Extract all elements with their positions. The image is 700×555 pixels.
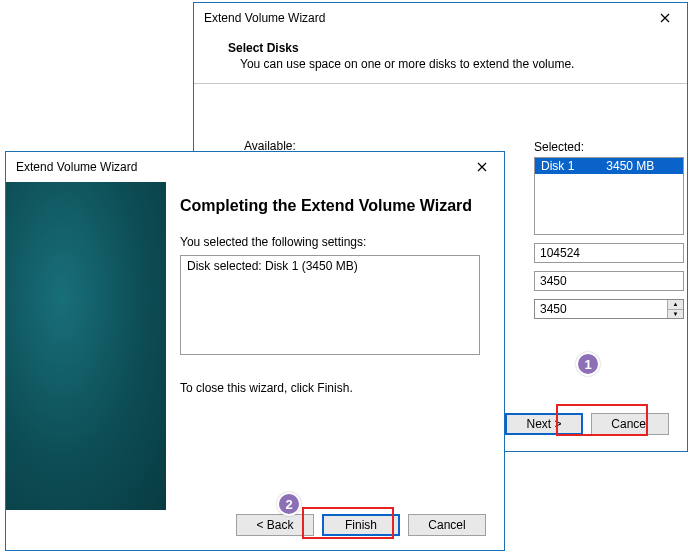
front-dialog-buttons: < Back Finish Cancel <box>236 514 486 536</box>
selected-label: Selected: <box>534 140 684 154</box>
cancel-button-front[interactable]: Cancel <box>408 514 486 536</box>
close-button-front[interactable] <box>460 153 504 181</box>
amount-spinner[interactable]: ▲ ▼ <box>534 299 684 319</box>
next-button[interactable]: Next > <box>505 413 583 435</box>
close-icon <box>477 162 487 172</box>
close-icon <box>660 13 670 23</box>
window-title-front: Extend Volume Wizard <box>16 160 460 174</box>
wizard-main: Completing the Extend Volume Wizard You … <box>166 182 504 510</box>
finish-button[interactable]: Finish <box>322 514 400 536</box>
selected-disks-list[interactable]: Disk 1 3450 MB <box>534 157 684 235</box>
back-button[interactable]: < Back <box>236 514 314 536</box>
completing-dialog: Extend Volume Wizard Completing the Exte… <box>5 151 505 551</box>
cancel-button-back[interactable]: Cancel <box>591 413 669 435</box>
close-hint: To close this wizard, click Finish. <box>180 381 480 395</box>
settings-summary[interactable]: Disk selected: Disk 1 (3450 MB) <box>180 255 480 355</box>
annotation-badge-2: 2 <box>277 492 301 516</box>
front-body: Completing the Extend Volume Wizard You … <box>6 182 504 510</box>
close-button-back[interactable] <box>643 4 687 32</box>
selected-column: Selected: Disk 1 3450 MB ▲ ▼ <box>534 140 684 319</box>
step-description: You can use space on one or more disks t… <box>240 57 667 71</box>
selected-disk-row[interactable]: Disk 1 3450 MB <box>535 158 683 174</box>
summary-line: Disk selected: Disk 1 (3450 MB) <box>187 259 473 273</box>
back-body: Select Disks You can use space on one or… <box>194 33 687 157</box>
selected-disk-name: Disk 1 <box>541 159 603 173</box>
spinner-up[interactable]: ▲ <box>668 300 683 310</box>
spinner-buttons: ▲ ▼ <box>667 300 683 318</box>
spinner-down[interactable]: ▼ <box>668 310 683 319</box>
window-title-back: Extend Volume Wizard <box>204 11 643 25</box>
settings-intro: You selected the following settings: <box>180 235 480 249</box>
amount-input[interactable] <box>534 299 684 319</box>
step-title: Select Disks <box>228 41 667 55</box>
back-content: Available: Selected: Disk 1 3450 MB ▲ ▼ <box>214 84 667 139</box>
titlebar-front: Extend Volume Wizard <box>6 152 504 182</box>
selected-disk-size: 3450 MB <box>606 159 654 173</box>
titlebar-back: Extend Volume Wizard <box>194 3 687 33</box>
wizard-sidebar-image <box>6 182 166 510</box>
total-volume-field <box>534 243 684 263</box>
annotation-badge-1: 1 <box>576 352 600 376</box>
max-space-field <box>534 271 684 291</box>
wizard-heading: Completing the Extend Volume Wizard <box>180 196 480 217</box>
